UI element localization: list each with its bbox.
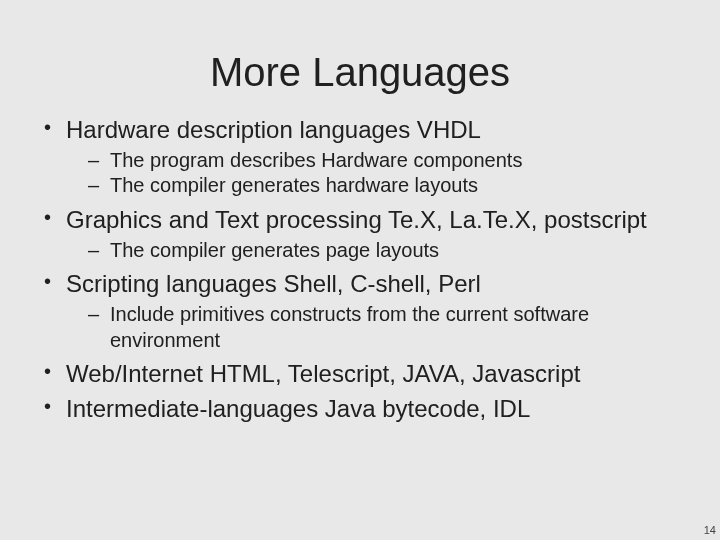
sub-list-item: The compiler generates hardware layouts — [66, 173, 678, 199]
sub-list: The program describes Hardware component… — [66, 148, 678, 199]
list-item: Web/Internet HTML, Telescript, JAVA, Jav… — [42, 359, 678, 390]
list-item-text: Intermediate-languages Java bytecode, ID… — [66, 395, 530, 422]
list-item: Scripting languages Shell, C-shell, Perl… — [42, 269, 678, 353]
list-item-text: Graphics and Text processing Te.X, La.Te… — [66, 206, 647, 233]
list-item: Graphics and Text processing Te.X, La.Te… — [42, 205, 678, 263]
sub-list: The compiler generates page layouts — [66, 238, 678, 264]
list-item-text: Scripting languages Shell, C-shell, Perl — [66, 270, 481, 297]
page-number: 14 — [704, 524, 716, 536]
slide: More Languages Hardware description lang… — [0, 0, 720, 540]
bullet-list: Hardware description languages VHDL The … — [42, 115, 678, 425]
slide-title: More Languages — [0, 0, 720, 115]
slide-content: Hardware description languages VHDL The … — [0, 115, 720, 425]
sub-list: Include primitives constructs from the c… — [66, 302, 678, 353]
list-item: Intermediate-languages Java bytecode, ID… — [42, 394, 678, 425]
list-item: Hardware description languages VHDL The … — [42, 115, 678, 199]
sub-list-item: The program describes Hardware component… — [66, 148, 678, 174]
list-item-text: Hardware description languages VHDL — [66, 116, 481, 143]
list-item-text: Web/Internet HTML, Telescript, JAVA, Jav… — [66, 360, 580, 387]
sub-list-item: Include primitives constructs from the c… — [66, 302, 678, 353]
sub-list-item: The compiler generates page layouts — [66, 238, 678, 264]
